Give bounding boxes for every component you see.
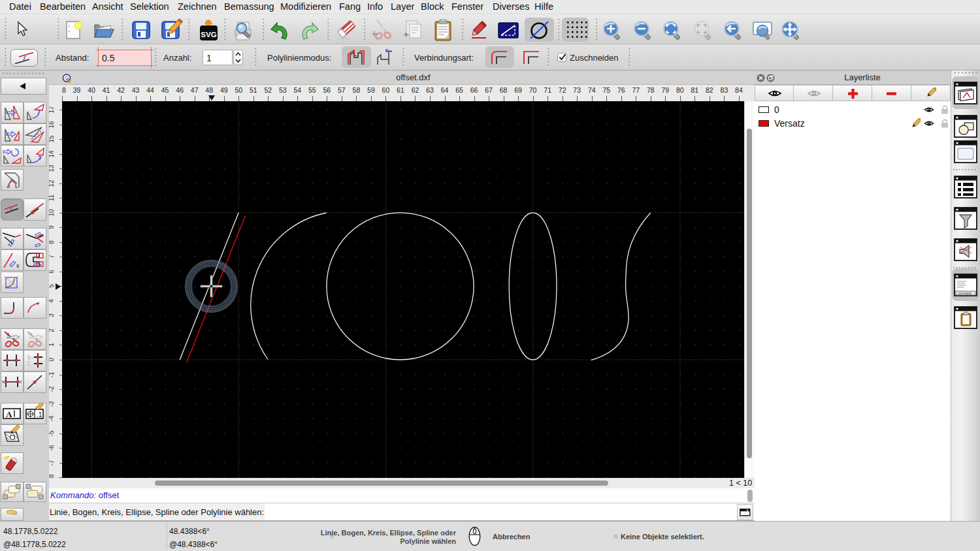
svg-text:command: command — [958, 292, 972, 295]
svg-text:SVG: SVG — [201, 31, 216, 39]
svg-text:.1: .1 — [37, 411, 42, 418]
svg-text:x: x — [16, 262, 20, 269]
svg-text:A: A — [6, 409, 12, 419]
